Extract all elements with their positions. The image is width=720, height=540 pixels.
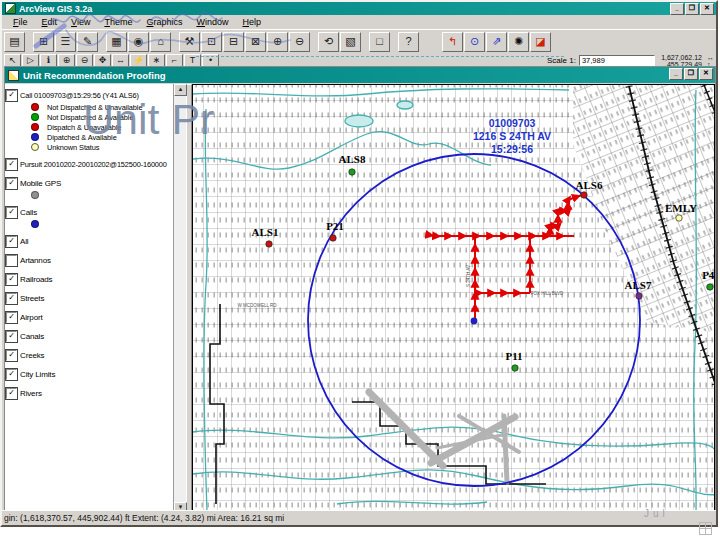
legend-theme-canals[interactable]: ✓Canals [6,330,173,343]
legend-symbol-label: Dispatch & Unavailable [47,123,121,132]
close-button[interactable]: ✕ [699,68,713,80]
app-titlebar[interactable]: ArcView GIS 3.2a _❐✕ [2,2,716,15]
legend-scrollbar[interactable]: ▲ ▼ [173,84,186,514]
theme-checkbox[interactable]: ✓ [6,207,17,218]
doc-window: Unit Recommendation Proofing _❐✕ ✓Call 0… [4,66,716,515]
theme-checkbox[interactable]: ✓ [6,236,17,247]
gps-range-button[interactable]: ⊙ [464,32,485,52]
zoom-in-button[interactable]: ⊕ [267,32,288,52]
theme-checkbox[interactable]: ✓ [6,178,17,189]
legend-symbol-dot [31,143,39,151]
legend-theme-streets[interactable]: ✓Streets [6,292,173,305]
menu-edit[interactable]: Edit [35,16,65,28]
menu-file[interactable]: File [6,16,35,28]
route-tool-button[interactable]: ⇗ [486,32,507,52]
unit-label-P21: P21 [326,220,344,232]
minimize-button[interactable]: _ [669,68,683,80]
runner-tool-button[interactable]: ✺ [508,32,529,52]
menu-view[interactable]: View [64,16,97,28]
theme-label: Airport [20,313,43,322]
unit-label-ALS1: ALS1 [252,226,279,238]
legend-theme-city[interactable]: ✓City Limits [6,368,173,381]
theme-checkbox[interactable]: ✓ [6,331,17,342]
theme-checkbox[interactable]: ✓ [6,293,17,304]
zoom-to-selected-button[interactable]: ⊠ [245,32,266,52]
locate-address-button[interactable]: ⌂ [150,32,171,52]
zoom-to-themes-button[interactable]: ⊟ [223,32,244,52]
zoom-out-button[interactable]: ⊖ [289,32,310,52]
call-location-dot [471,318,478,325]
zoom-full-extent-button[interactable]: ⊡ [201,32,222,52]
save-project-button[interactable]: ▤ [4,32,25,52]
legend-symbol-row: Unknown Status [5,142,173,152]
legend-symbol-label: Unknown Status [47,143,99,152]
theme-label: Call 01009703@15:29:56 (Y41 ALS6) [20,91,139,100]
add-theme-button[interactable]: ⊞ [33,32,54,52]
svg-text:W MCDOWELL RD: W MCDOWELL RD [237,303,277,308]
legend-theme-airport[interactable]: ✓Airport [6,311,173,324]
grid-handle-icon [699,522,712,535]
menu-window[interactable]: Window [189,16,235,28]
scale-input[interactable] [579,55,655,66]
theme-checkbox[interactable] [6,255,17,266]
legend-theme-pursuit[interactable]: ✓Pursuit 20010202-20010202@152500-160000 [6,158,173,171]
theme-properties-button[interactable]: ☰ [55,32,76,52]
help-button[interactable]: ? [398,32,419,52]
theme-label: Canals [20,332,44,341]
menubar: FileEditViewThemeGraphicsWindowHelp [2,15,716,29]
legend-symbol-dot [31,191,39,199]
legend-symbol-row [5,190,173,200]
open-theme-table-button[interactable]: ▦ [106,32,127,52]
theme-checkbox[interactable]: ✓ [6,388,17,399]
legend-symbol-row [5,219,173,229]
legend-theme-creeks[interactable]: ✓Creeks [6,349,173,362]
legend-theme-artannos[interactable]: Artannos [6,254,173,267]
theme-checkbox[interactable]: ✓ [6,312,17,323]
zoom-previous-button[interactable]: ⟲ [318,32,339,52]
menu-graphics[interactable]: Graphics [139,16,189,28]
doc-window-icon [8,70,19,81]
arcview-logo-icon [5,3,16,14]
restore-button[interactable]: ❐ [684,68,698,80]
select-features-button[interactable]: ▧ [340,32,361,52]
legend-theme-calls[interactable]: ✓Calls [6,206,173,219]
close-button[interactable]: ✕ [700,3,714,15]
theme-checkbox[interactable]: ✓ [6,350,17,361]
theme-checkbox[interactable]: ✓ [6,369,17,380]
scale-group: Scale 1: [547,55,655,66]
legend-symbol-row: Not Dispatched & Unavailable [5,102,173,112]
arcview-window: ArcView GIS 3.2a _❐✕ FileEditViewThemeGr… [0,0,718,527]
find-button[interactable]: ◉ [128,32,149,52]
unit-label-P41: P41 [702,269,715,281]
theme-label: City Limits [20,370,55,379]
clear-selection-button[interactable]: □ [369,32,390,52]
restore-button[interactable]: ❐ [685,3,699,15]
eraser-tool-button[interactable]: ◪ [530,32,551,52]
legend-symbol-dot [31,103,39,111]
svg-text:FOX HILL BLVD: FOX HILL BLVD [531,291,564,296]
map-view[interactable]: FOX HILL BLVDS 24TH AVW MCDOWELL RD ALS8… [192,84,715,514]
doc-titlebar[interactable]: Unit Recommendation Proofing _❐✕ [5,67,715,83]
legend-theme-all[interactable]: ✓All [6,235,173,248]
legend-theme-rivers[interactable]: ✓Rivers [6,387,173,400]
minimize-button[interactable]: _ [670,3,684,15]
map-canvas[interactable]: FOX HILL BLVDS 24TH AVW MCDOWELL RD ALS8… [193,85,715,514]
pursuit-playback-button[interactable]: ↰ [442,32,463,52]
menu-theme[interactable]: Theme [97,16,139,28]
unit-label-ALS6: ALS6 [576,179,603,191]
query-builder-button[interactable]: ⚒ [179,32,200,52]
theme-checkbox[interactable]: ✓ [6,159,17,170]
doc-window-controls: _❐✕ [669,68,713,80]
edit-legend-button[interactable]: ✎ [77,32,98,52]
theme-label: Calls [20,208,37,217]
legend-theme-call[interactable]: ✓Call 01009703@15:29:56 (Y41 ALS6) [6,89,173,102]
legend-symbol-dot [31,113,39,121]
theme-checkbox[interactable]: ✓ [6,90,17,101]
menu-help[interactable]: Help [235,16,268,28]
scroll-up-icon[interactable]: ▲ [174,84,187,96]
doc-title: Unit Recommendation Proofing [23,70,166,81]
theme-checkbox[interactable]: ✓ [6,274,17,285]
legend-theme-mobile[interactable]: ✓Mobile GPS [6,177,173,190]
legend-symbol-row: Dipatched & Available [5,132,173,142]
legend-theme-railroads[interactable]: ✓Railroads [6,273,173,286]
